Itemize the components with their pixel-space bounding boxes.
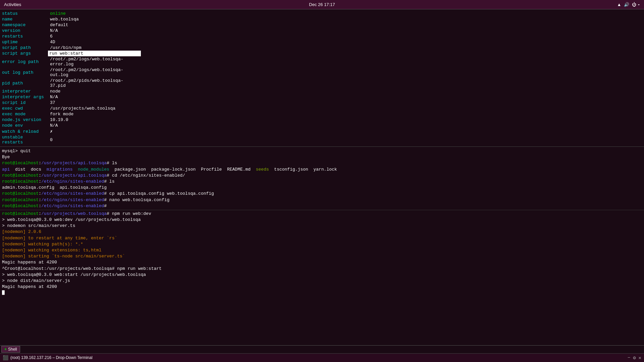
- pm2-key: watch & reload: [0, 128, 48, 134]
- term-line: mysql> quit: [0, 148, 644, 154]
- terminal-output[interactable]: mysql> quit Bye root@localhost:/usr/proj…: [0, 147, 644, 345]
- pm2-row: interpreternode: [0, 88, 141, 94]
- term-line: root@localhost:/etc/nginx/sites-enabled#…: [0, 179, 644, 185]
- term-line: > web.toolsqa@0.3.0 web:dev /usr/project…: [0, 217, 644, 223]
- term-line: root@localhost:/usr/projects/api.toolsqa…: [0, 160, 644, 166]
- activities-label[interactable]: Activities: [4, 2, 21, 7]
- status-right: − ⚙ ✕: [628, 355, 641, 361]
- pm2-key: pid path: [0, 78, 48, 88]
- shell-tab-label[interactable]: Shell: [8, 347, 17, 352]
- term-line: root@localhost:/usr/projects/api.toolsqa…: [0, 173, 644, 179]
- close-icon[interactable]: ✕: [639, 355, 641, 361]
- status-label: (root) 139.162.137.216 – Drop-Down Termi…: [10, 355, 93, 360]
- pm2-row: script argsrun web:start: [0, 51, 141, 56]
- pm2-table: statusonlinenameweb.toolsqanamespacedefa…: [0, 11, 141, 145]
- pm2-row: unstable restarts0: [0, 134, 141, 145]
- pm2-row: pid path/root/.pm2/pids/web.toolsqa-37.p…: [0, 78, 141, 88]
- pm2-row: namespacedefault: [0, 22, 141, 28]
- pm2-key: version: [0, 28, 48, 34]
- pm2-row: exec modefork mode: [0, 111, 141, 117]
- shell-tab[interactable]: + Shell: [1, 346, 20, 353]
- power-icon[interactable]: ⏻ ▾: [632, 2, 640, 7]
- pm2-value: /usr/projects/web.toolsqa: [48, 106, 141, 111]
- term-line: [nodemon] 2.0.6: [0, 229, 644, 235]
- term-line: [nodemon] watching extensions: ts,html: [0, 247, 644, 253]
- status-bar: ⬛ (root) 139.162.137.216 – Drop-Down Ter…: [0, 354, 644, 362]
- status-left: ⬛ (root) 139.162.137.216 – Drop-Down Ter…: [3, 355, 93, 360]
- term-line: admin.toolsqa.config api.toolsqa.config: [0, 185, 644, 191]
- term-line: root@localhost:/usr/projects/web.toolsqa…: [0, 211, 644, 217]
- pm2-value: 4D: [48, 39, 141, 45]
- term-line: [nodemon] to restart at any time, enter …: [0, 235, 644, 241]
- section-divider: [0, 210, 644, 210]
- pm2-row: error log path/root/.pm2/logs/web.toolsq…: [0, 56, 141, 67]
- pm2-value: 6: [48, 34, 141, 39]
- pm2-value: /root/.pm2/logs/web.toolsqa-error.log: [48, 56, 141, 67]
- pm2-value: ✗: [48, 128, 141, 134]
- pm2-value: 0: [48, 134, 141, 145]
- pm2-key: script path: [0, 45, 48, 51]
- term-line: api dist docs migrations node_modules pa…: [0, 167, 644, 173]
- pm2-value: run web:start: [48, 51, 141, 56]
- term-line: Magic happens at 4200: [0, 284, 644, 290]
- pm2-key: interpreter: [0, 88, 48, 94]
- term-line: > node dist/main/server.js: [0, 278, 644, 284]
- pm2-key: out log path: [0, 67, 48, 78]
- pm2-key: node.js version: [0, 117, 48, 123]
- pm2-key: namespace: [0, 22, 48, 28]
- pm2-row: restarts6: [0, 34, 141, 39]
- pm2-value: 37: [48, 100, 141, 106]
- pm2-key: uptime: [0, 39, 48, 45]
- pm2-section: statusonlinenameweb.toolsqanamespacedefa…: [0, 9, 644, 147]
- pm2-value: web.toolsqa: [48, 16, 141, 22]
- pm2-row: script path/usr/bin/npm: [0, 45, 141, 51]
- topbar: Activities Dec 26 17:17 ▲ 🔊 ⏻ ▾: [0, 0, 644, 9]
- pm2-row: node.js version10.19.0: [0, 117, 141, 123]
- pm2-value: /root/.pm2/logs/web.toolsqa-out.log: [48, 67, 141, 78]
- pm2-row: interpreter argsN/A: [0, 94, 141, 100]
- pm2-key: name: [0, 16, 48, 22]
- term-line: Bye: [0, 154, 644, 160]
- term-line: Magic happens at 4200: [0, 259, 644, 265]
- datetime-label: Dec 26 17:17: [309, 2, 335, 7]
- pm2-row: exec cwd/usr/projects/web.toolsqa: [0, 106, 141, 111]
- pm2-row: watch & reload✗: [0, 128, 141, 134]
- pm2-key: status: [0, 11, 48, 16]
- term-line: [nodemon] starting `ts-node src/main/ser…: [0, 253, 644, 259]
- pm2-row: versionN/A: [0, 28, 141, 34]
- term-line: root@localhost:/etc/nginx/sites-enabled#: [0, 203, 644, 209]
- pm2-row: node envN/A: [0, 123, 141, 128]
- settings-icon[interactable]: ⚙: [633, 355, 636, 361]
- shell-tabs: + Shell: [0, 346, 644, 354]
- pm2-value: fork mode: [48, 111, 141, 117]
- terminal-icon: ⬛: [3, 355, 8, 360]
- plus-icon: +: [4, 347, 7, 352]
- pm2-key: exec cwd: [0, 106, 48, 111]
- pm2-key: script id: [0, 100, 48, 106]
- term-line: [nodemon] watching path(s): *.*: [0, 241, 644, 247]
- term-line: ^Croot@localhost:/usr/projects/web.tools…: [0, 266, 644, 272]
- pm2-key: error log path: [0, 56, 48, 67]
- pm2-value: /root/.pm2/pids/web.toolsqa-37.pid: [48, 78, 141, 88]
- volume-icon: 🔊: [624, 2, 629, 7]
- pm2-row: nameweb.toolsqa: [0, 16, 141, 22]
- term-line: > web.toolsqa@0.3.0 web:start /usr/proje…: [0, 272, 644, 278]
- term-line: root@localhost:/etc/nginx/sites-enabled#…: [0, 191, 644, 197]
- pm2-value: /usr/bin/npm: [48, 45, 141, 51]
- pm2-value: online: [48, 11, 141, 16]
- pm2-row: statusonline: [0, 11, 141, 16]
- pm2-key: exec mode: [0, 111, 48, 117]
- pm2-row: out log path/root/.pm2/logs/web.toolsqa-…: [0, 67, 141, 78]
- pm2-key: script args: [0, 51, 48, 56]
- term-line: > nodemon src/main/server.ts: [0, 223, 644, 229]
- close-terminal-icon[interactable]: −: [628, 355, 630, 361]
- pm2-value: default: [48, 22, 141, 28]
- pm2-key: node env: [0, 123, 48, 128]
- term-line: root@localhost:/etc/nginx/sites-enabled#…: [0, 197, 644, 203]
- bottombar: + Shell ⬛ (root) 139.162.137.216 – Drop-…: [0, 345, 644, 362]
- pm2-value: node: [48, 88, 141, 94]
- pm2-value: N/A: [48, 123, 141, 128]
- pm2-key: restarts: [0, 34, 48, 39]
- pm2-key: interpreter args: [0, 94, 48, 100]
- pm2-row: uptime4D: [0, 39, 141, 45]
